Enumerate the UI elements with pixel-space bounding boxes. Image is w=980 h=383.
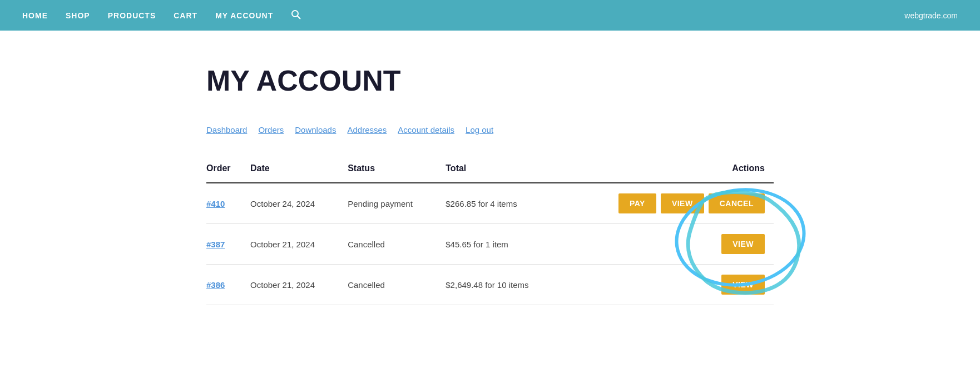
- btn-view-0[interactable]: View: [661, 193, 704, 213]
- account-nav-logout[interactable]: Log out: [466, 125, 493, 135]
- order-id-cell-2: #386: [206, 265, 250, 305]
- account-nav-downloads[interactable]: Downloads: [295, 125, 336, 135]
- order-id-cell-1: #387: [206, 224, 250, 265]
- order-actions-cell-2: View: [568, 265, 774, 305]
- main-content: MY ACCOUNT Dashboard Orders Downloads Ad…: [184, 31, 796, 339]
- site-header: HOME SHOP PRODUCTS CART MY ACCOUNT webgt…: [0, 0, 980, 31]
- nav-shop[interactable]: SHOP: [66, 11, 90, 20]
- col-header-actions: Actions: [568, 157, 774, 183]
- order-link-2[interactable]: #386: [206, 280, 225, 290]
- table-row: #386October 21, 2024Cancelled$2,649.48 f…: [206, 265, 774, 305]
- col-header-status: Status: [348, 157, 446, 183]
- nav-products[interactable]: PRODUCTS: [108, 11, 156, 20]
- nav-home[interactable]: HOME: [22, 11, 48, 20]
- order-id-cell-0: #410: [206, 183, 250, 224]
- account-nav-addresses[interactable]: Addresses: [347, 125, 387, 135]
- account-nav: Dashboard Orders Downloads Addresses Acc…: [206, 125, 774, 135]
- account-nav-orders[interactable]: Orders: [258, 125, 284, 135]
- order-date-cell-2: October 21, 2024: [250, 265, 348, 305]
- svg-line-1: [298, 16, 300, 18]
- order-status-cell-2: Cancelled: [348, 265, 446, 305]
- page-title: MY ACCOUNT: [206, 64, 774, 97]
- order-actions-cell-0: PayViewCancel: [568, 183, 774, 224]
- btn-view-2[interactable]: View: [721, 275, 765, 295]
- site-name: webgtrade.com: [904, 11, 958, 20]
- order-date-cell-0: October 24, 2024: [250, 183, 348, 224]
- main-nav: HOME SHOP PRODUCTS CART MY ACCOUNT: [22, 9, 301, 22]
- table-header-row: Order Date Status Total Actions: [206, 157, 774, 183]
- order-link-0[interactable]: #410: [206, 199, 225, 208]
- col-header-date: Date: [250, 157, 348, 183]
- table-row: #387October 21, 2024Cancelled$45.65 for …: [206, 224, 774, 265]
- order-date-cell-1: October 21, 2024: [250, 224, 348, 265]
- nav-cart[interactable]: CART: [174, 11, 197, 20]
- order-link-1[interactable]: #387: [206, 240, 225, 249]
- btn-pay-0[interactable]: Pay: [618, 193, 656, 213]
- orders-table-wrapper: Order Date Status Total Actions #410Octo…: [206, 157, 774, 305]
- account-nav-dashboard[interactable]: Dashboard: [206, 125, 247, 135]
- search-icon[interactable]: [291, 9, 301, 22]
- col-header-order: Order: [206, 157, 250, 183]
- table-row: #410October 24, 2024Pending payment$266.…: [206, 183, 774, 224]
- col-header-total: Total: [446, 157, 567, 183]
- account-nav-account-details[interactable]: Account details: [398, 125, 454, 135]
- btn-view-1[interactable]: View: [721, 234, 765, 254]
- order-total-cell-1: $45.65 for 1 item: [446, 224, 567, 265]
- order-total-cell-0: $266.85 for 4 items: [446, 183, 567, 224]
- order-total-cell-2: $2,649.48 for 10 items: [446, 265, 567, 305]
- order-actions-cell-1: View: [568, 224, 774, 265]
- order-status-cell-1: Cancelled: [348, 224, 446, 265]
- orders-table: Order Date Status Total Actions #410Octo…: [206, 157, 774, 305]
- order-status-cell-0: Pending payment: [348, 183, 446, 224]
- btn-cancel-0[interactable]: Cancel: [709, 193, 765, 213]
- nav-my-account[interactable]: MY ACCOUNT: [215, 11, 273, 20]
